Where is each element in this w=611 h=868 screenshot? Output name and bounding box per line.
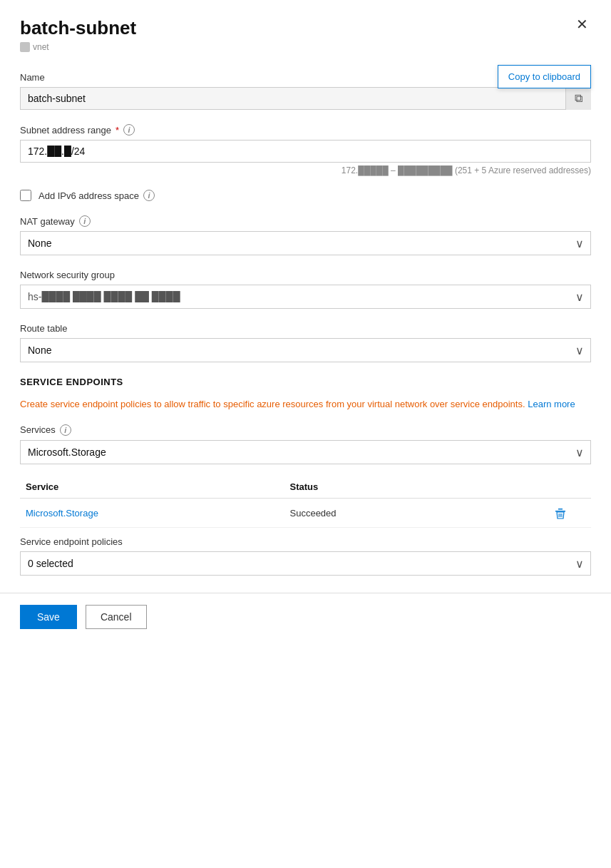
- nsg-label: Network security group: [20, 270, 591, 280]
- subnet-address-section: Subnet address range * i 172.█████ – ███…: [20, 124, 591, 175]
- service-endpoints-section: SERVICE ENDPOINTS Create service endpoin…: [20, 377, 591, 576]
- col-action-header: [548, 481, 591, 492]
- service-endpoints-info: Create service endpoint policies to allo…: [20, 397, 591, 412]
- panel-title: batch-subnet: [20, 17, 136, 39]
- copy-icon: ⧉: [575, 92, 582, 105]
- delete-button[interactable]: [554, 507, 567, 520]
- services-info-icon[interactable]: i: [60, 424, 71, 436]
- name-input-wrapper: ⧉: [20, 87, 591, 110]
- services-select-wrapper: Microsoft.Storage ∨: [20, 440, 591, 464]
- required-indicator: *: [115, 125, 119, 136]
- status-cell: Succeeded: [284, 508, 549, 519]
- service-cell[interactable]: Microsoft.Storage: [20, 508, 284, 519]
- edit-panel: batch-subnet ✕ vnet Copy to clipboard Na…: [0, 0, 611, 868]
- ipv6-row: Add IPv6 address space i: [20, 190, 591, 201]
- service-table-header: Service Status: [20, 476, 591, 499]
- close-button[interactable]: ✕: [573, 17, 591, 31]
- service-endpoints-heading: SERVICE ENDPOINTS: [20, 377, 591, 387]
- nat-gateway-info-icon[interactable]: i: [79, 215, 91, 227]
- learn-more-link[interactable]: Learn more: [528, 399, 575, 409]
- trash-icon: [554, 507, 567, 520]
- col-service-header: Service: [20, 481, 284, 492]
- subtitle: vnet: [20, 42, 591, 52]
- nat-gateway-select[interactable]: None: [20, 231, 591, 255]
- footer: Save Cancel: [0, 593, 611, 640]
- name-input[interactable]: [20, 87, 591, 110]
- services-label: Services i: [20, 424, 591, 436]
- nsg-select-wrapper: hs-████ ████ ████ ██ ████ ∨: [20, 285, 591, 309]
- subnet-address-input[interactable]: [20, 140, 591, 163]
- subnet-address-label: Subnet address range * i: [20, 124, 591, 136]
- nat-gateway-label: NAT gateway i: [20, 215, 591, 227]
- subnet-address-info-icon[interactable]: i: [123, 124, 135, 136]
- save-button[interactable]: Save: [20, 605, 77, 629]
- route-table-label: Route table: [20, 323, 591, 334]
- route-table-select[interactable]: None: [20, 338, 591, 362]
- nsg-section: Network security group hs-████ ████ ████…: [20, 270, 591, 309]
- nsg-select[interactable]: hs-████ ████ ████ ██ ████: [20, 285, 591, 309]
- copy-to-clipboard-button[interactable]: ⧉: [565, 87, 591, 110]
- route-table-section: Route table None ∨: [20, 323, 591, 362]
- ipv6-info-icon[interactable]: i: [143, 190, 155, 201]
- policies-select[interactable]: 0 selected: [20, 551, 591, 576]
- table-row: Microsoft.Storage Succeeded: [20, 500, 591, 528]
- col-status-header: Status: [284, 481, 549, 492]
- cancel-button[interactable]: Cancel: [86, 605, 147, 629]
- nat-gateway-select-wrapper: None ∨: [20, 231, 591, 255]
- policies-select-wrapper: 0 selected ∨: [20, 551, 591, 576]
- subnet-address-input-wrapper: [20, 140, 591, 163]
- delete-cell: [548, 507, 591, 520]
- route-table-select-wrapper: None ∨: [20, 338, 591, 362]
- ipv6-label[interactable]: Add IPv6 address space i: [38, 190, 155, 201]
- ipv6-checkbox[interactable]: [20, 190, 31, 201]
- subtitle-text: vnet: [33, 42, 49, 52]
- address-hint: 172.█████ – █████████ (251 + 5 Azure res…: [20, 165, 591, 175]
- vnet-icon: [20, 42, 30, 52]
- policies-label: Service endpoint policies: [20, 536, 591, 547]
- svg-rect-1: [558, 509, 563, 510]
- panel-header: batch-subnet ✕: [20, 17, 591, 39]
- copy-tooltip: Copy to clipboard: [498, 65, 591, 88]
- svg-rect-0: [555, 511, 565, 512]
- nat-gateway-section: NAT gateway i None ∨: [20, 215, 591, 255]
- services-select[interactable]: Microsoft.Storage: [20, 440, 591, 464]
